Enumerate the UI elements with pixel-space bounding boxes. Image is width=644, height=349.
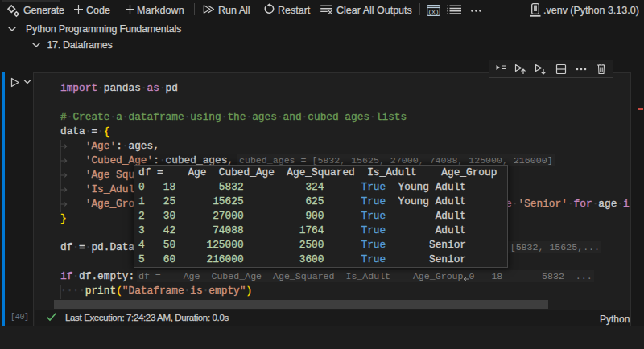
svg-text:(x): (x) <box>428 9 440 15</box>
